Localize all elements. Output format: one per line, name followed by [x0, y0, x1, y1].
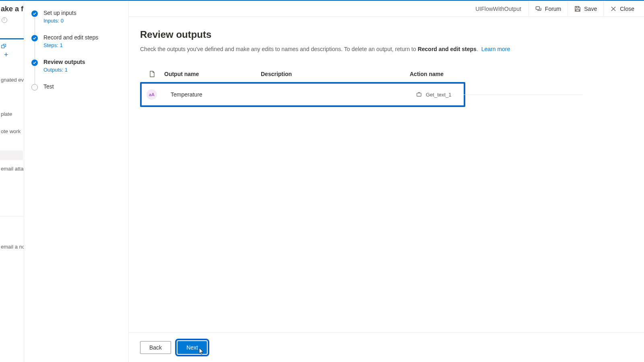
- step-subtitle: Steps: 1: [43, 42, 98, 48]
- background-text-1: gnated even: [0, 74, 24, 83]
- svg-rect-1: [536, 6, 539, 9]
- forum-button[interactable]: Forum: [528, 1, 568, 17]
- footer-bar: Back Next: [129, 332, 644, 362]
- desc-post: .: [477, 46, 478, 52]
- desc-bold: Record and edit steps: [418, 46, 477, 52]
- step-subtitle: Inputs: 0: [43, 18, 76, 24]
- svg-rect-0: [2, 45, 4, 48]
- check-icon: [31, 10, 38, 17]
- table-header-icon-col: [140, 71, 164, 77]
- cursor-icon: [199, 348, 204, 355]
- page-description: Check the outputs you've defined and mak…: [140, 46, 633, 52]
- background-text-2: plate: [0, 109, 24, 117]
- output-name-cell: Temperature: [171, 91, 267, 98]
- svg-rect-2: [417, 93, 421, 97]
- background-text-5: email a no: [0, 241, 24, 250]
- step-title: Test: [43, 83, 54, 90]
- next-button[interactable]: Next: [178, 341, 207, 354]
- table-header-row: Output name Description Action name: [140, 71, 633, 82]
- background-icon-row: [0, 39, 24, 49]
- action-name-text: Get_text_1: [426, 92, 452, 98]
- plus-icon: +: [0, 49, 24, 59]
- step-subtitle: Outputs: 1: [43, 67, 85, 73]
- step-title: Record and edit steps: [43, 34, 98, 41]
- forum-icon: [535, 6, 542, 12]
- header-bar: UIFlowWithOutput Forum Save Close: [129, 1, 644, 17]
- wizard-step-test[interactable]: Test: [31, 83, 121, 101]
- table-row[interactable]: aA Temperature Get_text_1: [140, 82, 465, 107]
- background-chip: [0, 150, 23, 160]
- table-header-output: Output name: [164, 71, 261, 77]
- close-icon: [610, 6, 617, 12]
- wizard-step-review[interactable]: Review outputs Outputs: 1: [31, 59, 121, 83]
- check-icon: [31, 60, 38, 66]
- background-text-3: ote work: [0, 126, 24, 134]
- action-name-cell: Get_text_1: [416, 92, 593, 98]
- close-button[interactable]: Close: [603, 1, 641, 17]
- save-icon: [574, 6, 581, 12]
- background-text-4: email attac: [0, 163, 24, 172]
- save-button[interactable]: Save: [568, 1, 603, 17]
- document-icon: [149, 71, 155, 77]
- outputs-table: Output name Description Action name aA T…: [140, 71, 633, 107]
- background-title: ake a flo: [0, 1, 24, 13]
- table-header-action: Action name: [410, 71, 587, 77]
- background-separator: [0, 216, 24, 216]
- wizard-sidebar: Set up inputs Inputs: 0 Record and edit …: [24, 1, 129, 362]
- action-icon: [416, 92, 422, 97]
- back-button[interactable]: Back: [140, 341, 171, 354]
- flow-name: UIFlowWithOutput: [468, 6, 528, 12]
- check-icon: [31, 35, 38, 41]
- background-panel: ake a flo + gnated even plate ote work e…: [0, 1, 24, 362]
- step-title: Review outputs: [43, 59, 85, 65]
- desc-text: Check the outputs you've defined and mak…: [140, 46, 418, 52]
- forum-label: Forum: [545, 6, 561, 12]
- info-icon: [2, 17, 7, 23]
- next-label: Next: [186, 344, 198, 351]
- wizard-step-record[interactable]: Record and edit steps Steps: 1: [31, 34, 121, 59]
- close-label: Close: [620, 6, 634, 12]
- text-type-icon: aA: [147, 89, 157, 100]
- page-title: Review outputs: [140, 29, 633, 40]
- save-label: Save: [584, 6, 597, 12]
- table-header-description: Description: [261, 71, 410, 77]
- main-panel: UIFlowWithOutput Forum Save Close Review…: [129, 1, 644, 362]
- wizard-step-inputs[interactable]: Set up inputs Inputs: 0: [31, 10, 121, 34]
- learn-more-link[interactable]: Learn more: [481, 46, 510, 52]
- type-cell: aA: [147, 89, 171, 100]
- content-area: Review outputs Check the outputs you've …: [129, 17, 644, 332]
- step-title: Set up inputs: [43, 10, 76, 16]
- empty-bullet-icon: [31, 84, 38, 90]
